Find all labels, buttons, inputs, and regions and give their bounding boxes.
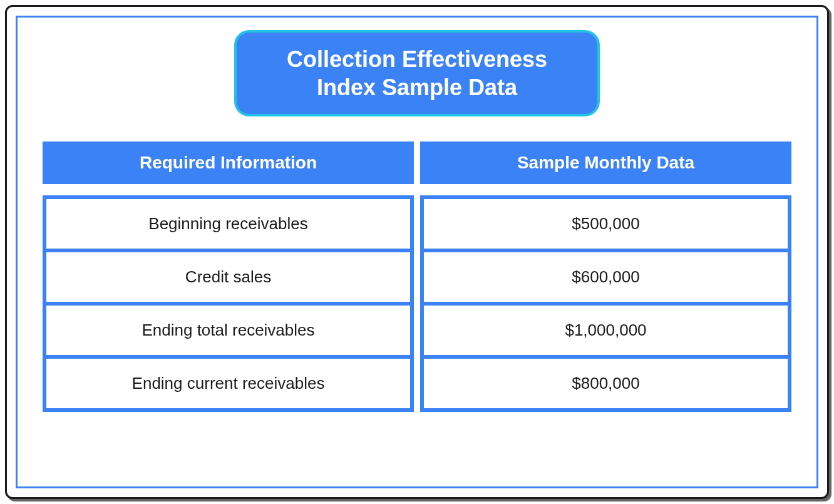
table-row-label: Ending total receivables: [46, 302, 410, 355]
table-row-value: $500,000: [424, 199, 788, 249]
table-row-value: $600,000: [424, 249, 788, 302]
table-row-value: $1,000,000: [424, 302, 788, 355]
table-row-label: Credit sales: [46, 249, 410, 302]
table-row-label: Ending current receivables: [46, 355, 410, 408]
column-required-information: Beginning receivables Credit sales Endin…: [43, 195, 414, 412]
data-table: Required Information Sample Monthly Data…: [43, 141, 791, 412]
title-banner: Collection Effectiveness Index Sample Da…: [234, 30, 600, 116]
header-sample-monthly-data: Sample Monthly Data: [420, 141, 791, 184]
header-required-information: Required Information: [43, 141, 414, 184]
title-line-2: Index Sample Data: [287, 73, 547, 101]
column-sample-monthly-data: $500,000 $600,000 $1,000,000 $800,000: [420, 195, 791, 412]
title-line-1: Collection Effectiveness: [287, 45, 547, 73]
table-row-value: $800,000: [424, 355, 788, 408]
outer-frame: Collection Effectiveness Index Sample Da…: [5, 5, 829, 499]
table-header-row: Required Information Sample Monthly Data: [43, 141, 791, 184]
table-row-label: Beginning receivables: [46, 199, 410, 249]
table-body: Beginning receivables Credit sales Endin…: [43, 195, 791, 412]
inner-frame: Collection Effectiveness Index Sample Da…: [16, 16, 818, 488]
